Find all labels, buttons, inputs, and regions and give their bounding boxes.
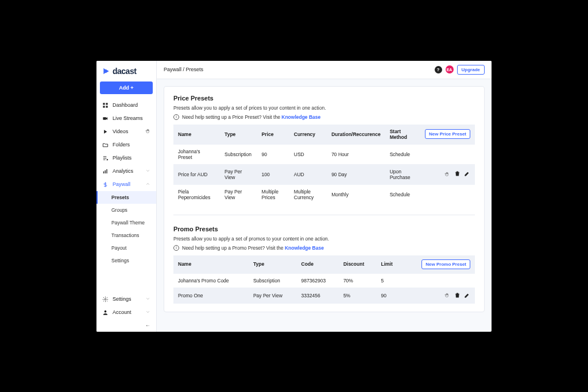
sidebar-subitem-paywall-theme[interactable]: Paywall Theme [96, 216, 156, 229]
table-cell: Johanna's Preset [173, 144, 220, 164]
sidebar-subitem-presets[interactable]: Presets [96, 191, 156, 204]
table-cell: 90 Day [327, 164, 385, 184]
svg-rect-1 [106, 103, 107, 104]
column-header: Name [173, 255, 249, 274]
table-row[interactable]: Promo OnePay Per View33324565%90 [173, 288, 475, 304]
knowledge-base-link[interactable]: Knowledge Base [281, 114, 320, 120]
folder-icon [102, 142, 109, 148]
table-cell: Pay Per View [220, 184, 257, 204]
breadcrumb: Paywall / Presets [164, 67, 203, 72]
column-header: Name [173, 125, 220, 145]
table-cell: AUD [289, 164, 327, 184]
sidebar-subitem-groups[interactable]: Groups [96, 204, 156, 216]
cursor-icon [444, 172, 450, 177]
sidebar-item-label: Groups [111, 207, 127, 213]
sidebar-item-paywall[interactable]: Paywall [96, 178, 156, 191]
svg-point-9 [105, 310, 107, 312]
sidebar-item-label: Account [113, 309, 131, 315]
delete-button[interactable] [454, 170, 461, 178]
edit-button[interactable] [464, 292, 470, 300]
table-row[interactable]: Johanna's PresetSubscription90USD70 Hour… [173, 144, 475, 164]
table-cell: Piela Peperomicides [173, 184, 220, 204]
column-header: Start Method [385, 125, 420, 145]
sidebar-item-label: Playlists [113, 155, 131, 161]
sidebar-item-playlists[interactable]: Playlists [96, 152, 156, 165]
sidebar-item-label: Settings [113, 296, 131, 302]
promo-help-text: Need help setting up a Promo Preset? Vis… [182, 245, 285, 251]
sidebar-item-label: Paywall [113, 181, 130, 187]
promo-presets-title: Promo Presets [173, 226, 475, 232]
table-cell: Price for AUD [173, 164, 220, 184]
table-cell: Multiple Prices [257, 184, 289, 204]
table-cell: 90 [257, 144, 289, 164]
sidebar-footer-nav: SettingsAccount [96, 293, 156, 319]
svg-rect-3 [106, 106, 107, 107]
cursor-icon [145, 129, 150, 135]
sidebar-item-settings[interactable]: Settings [96, 293, 156, 306]
table-cell: 90 [376, 288, 402, 304]
table-row[interactable]: Price for AUDPay Per View100AUD90 DayUpo… [173, 164, 475, 184]
main-area: Paywall / Presets ? EA Upgrade Price Pre… [157, 61, 492, 332]
content: Price Presets Presets allow you to apply… [157, 79, 492, 319]
sidebar-item-videos[interactable]: Videos [96, 125, 156, 138]
new-price-preset-button[interactable]: New Price Preset [425, 129, 470, 139]
column-header: Type [220, 125, 257, 145]
column-header: Currency [289, 125, 327, 145]
arrow-left-icon: ← [145, 323, 150, 328]
chevron-down-icon [145, 309, 150, 316]
sidebar-item-live-streams[interactable]: Live Streams [96, 112, 156, 125]
sidebar-item-dashboard[interactable]: Dashboard [96, 99, 156, 112]
playlist-icon [102, 155, 109, 161]
upgrade-button[interactable]: Upgrade [457, 65, 485, 75]
svg-rect-7 [106, 169, 107, 173]
sidebar-item-label: Paywall Theme [111, 220, 145, 226]
edit-button[interactable] [464, 170, 470, 178]
avatar[interactable]: EA [446, 65, 454, 73]
new-promo-preset-button[interactable]: New Promo Preset [421, 259, 470, 269]
table-cell: Pay Per View [249, 288, 297, 304]
sidebar-item-label: Transactions [111, 232, 139, 238]
table-cell: Johanna's Promo Code [173, 273, 249, 288]
collapse-sidebar-button[interactable]: ← [96, 319, 156, 332]
table-cell: Subscription [220, 144, 257, 164]
price-presets-title: Price Presets [173, 95, 475, 102]
sidebar-subitem-payout[interactable]: Payout [96, 242, 156, 254]
chevron-down-icon [145, 296, 150, 302]
table-row[interactable]: Johanna's Promo CodeSubscription98736290… [173, 273, 475, 288]
sidebar-item-analytics[interactable]: Analytics [96, 165, 156, 178]
info-icon: i [173, 114, 179, 120]
sidebar-item-label: Payout [111, 245, 126, 251]
table-cell: 70% [339, 273, 377, 288]
sidebar-item-label: Analytics [113, 168, 133, 174]
app-window: dacast Add + DashboardLive StreamsVideos… [96, 61, 492, 332]
sidebar-subitem-settings[interactable]: Settings [96, 254, 156, 267]
brand-logo: dacast [96, 61, 156, 81]
table-cell: Monthly [327, 184, 385, 204]
table-cell: Promo One [173, 288, 249, 304]
table-cell: Schedule [385, 184, 420, 204]
table-cell: 5 [376, 273, 402, 288]
sidebar-item-account[interactable]: Account [96, 306, 156, 319]
sidebar-item-label: Videos [113, 129, 128, 134]
table-row[interactable]: Piela PeperomicidesPay Per ViewMultiple … [173, 184, 475, 204]
table-cell: 987362903 [297, 273, 339, 288]
info-icon: i [173, 245, 179, 251]
sidebar-subitem-transactions[interactable]: Transactions [96, 229, 156, 242]
svg-rect-6 [105, 170, 106, 173]
add-button[interactable]: Add + [100, 81, 153, 94]
presets-card: Price Presets Presets allow you to apply… [164, 86, 485, 312]
sidebar-item-label: Live Streams [113, 115, 143, 121]
svg-rect-0 [103, 103, 105, 104]
table-cell: 5% [339, 288, 377, 304]
promo-help-row: i Need help setting up a Promo Preset? V… [173, 245, 475, 251]
column-header: Type [249, 255, 297, 274]
delete-button[interactable] [454, 292, 461, 300]
topbar: Paywall / Presets ? EA Upgrade [157, 61, 492, 79]
table-cell: Pay Per View [220, 164, 257, 184]
sidebar-item-folders[interactable]: Folders [96, 138, 156, 152]
promo-presets-desc: Presets allow you to apply a set of prom… [173, 236, 475, 242]
knowledge-base-link[interactable]: Knowledge Base [285, 245, 324, 251]
help-icon[interactable]: ? [435, 66, 442, 73]
brand-name: dacast [113, 67, 136, 76]
sidebar-nav: DashboardLive StreamsVideosFoldersPlayli… [96, 99, 156, 191]
